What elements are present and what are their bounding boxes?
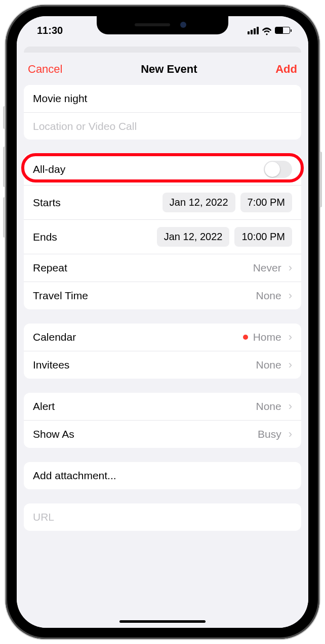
invitees-row[interactable]: Invitees None › (24, 351, 301, 379)
mute-switch (3, 106, 6, 129)
repeat-value: Never (253, 262, 281, 274)
power-button (319, 152, 322, 207)
title-input[interactable] (33, 93, 292, 105)
ends-date-pill[interactable]: Jan 12, 2022 (157, 227, 230, 247)
ends-label: Ends (33, 231, 57, 243)
status-time: 11:30 (37, 25, 63, 36)
starts-label: Starts (33, 197, 61, 209)
calendar-value: Home (253, 331, 281, 343)
volume-down (3, 197, 6, 238)
alert-row[interactable]: Alert None › (24, 393, 301, 420)
nav-bar: Cancel New Event Add (17, 53, 308, 85)
screen: 11:30 Cancel New Event Add (17, 16, 308, 628)
chevron-right-icon: › (289, 289, 292, 302)
travel-row[interactable]: Travel Time None › (24, 282, 301, 309)
travel-value: None (256, 290, 281, 302)
repeat-label: Repeat (33, 262, 67, 274)
time-card: All-day Starts Jan 12, 2022 7:00 PM Ends (24, 154, 301, 309)
alert-value: None (256, 400, 281, 412)
notch (97, 16, 228, 34)
chevron-right-icon: › (289, 400, 292, 413)
calendar-color-dot (243, 335, 248, 340)
battery-icon (275, 27, 290, 34)
starts-time-pill[interactable]: 7:00 PM (240, 193, 292, 212)
invitees-label: Invitees (33, 359, 69, 371)
invitees-value: None (256, 359, 281, 371)
starts-row[interactable]: Starts Jan 12, 2022 7:00 PM (24, 185, 301, 219)
showas-row[interactable]: Show As Busy › (24, 420, 301, 448)
cancel-button[interactable]: Cancel (28, 63, 62, 76)
chevron-right-icon: › (289, 428, 292, 441)
cellular-icon (248, 27, 259, 34)
phone-frame: 11:30 Cancel New Event Add (6, 5, 319, 639)
attachment-card: Add attachment... (24, 462, 301, 489)
location-row[interactable] (24, 112, 301, 140)
wifi-icon (262, 26, 272, 34)
home-indicator[interactable] (119, 620, 206, 623)
attachment-row[interactable]: Add attachment... (24, 462, 301, 489)
title-row[interactable] (24, 85, 301, 112)
url-input[interactable] (33, 511, 292, 523)
allday-toggle[interactable] (264, 161, 292, 178)
ends-time-pill[interactable]: 10:00 PM (234, 227, 292, 247)
attachment-label: Add attachment... (33, 470, 116, 482)
alert-card: Alert None › Show As Busy › (24, 393, 301, 448)
allday-label: All-day (33, 163, 65, 175)
modal-sheet: Cancel New Event Add All-day (17, 53, 308, 628)
volume-up (3, 147, 6, 187)
ends-row[interactable]: Ends Jan 12, 2022 10:00 PM (24, 219, 301, 254)
calendar-label: Calendar (33, 331, 76, 343)
allday-row[interactable]: All-day (24, 154, 301, 185)
chevron-right-icon: › (289, 331, 292, 344)
url-row[interactable] (24, 503, 301, 531)
url-card (24, 503, 301, 531)
calendar-card: Calendar Home › Invitees None › (24, 324, 301, 379)
form-content[interactable]: All-day Starts Jan 12, 2022 7:00 PM Ends (17, 85, 308, 625)
travel-label: Travel Time (33, 290, 88, 302)
calendar-row[interactable]: Calendar Home › (24, 324, 301, 351)
chevron-right-icon: › (289, 261, 292, 274)
showas-value: Busy (258, 428, 281, 440)
chevron-right-icon: › (289, 358, 292, 372)
repeat-row[interactable]: Repeat Never › (24, 254, 301, 282)
showas-label: Show As (33, 428, 74, 440)
starts-date-pill[interactable]: Jan 12, 2022 (162, 193, 235, 212)
page-title: New Event (141, 63, 197, 76)
add-button[interactable]: Add (275, 63, 297, 76)
alert-label: Alert (33, 400, 55, 412)
status-right (248, 26, 290, 34)
title-card (24, 85, 301, 140)
location-input[interactable] (33, 120, 292, 132)
